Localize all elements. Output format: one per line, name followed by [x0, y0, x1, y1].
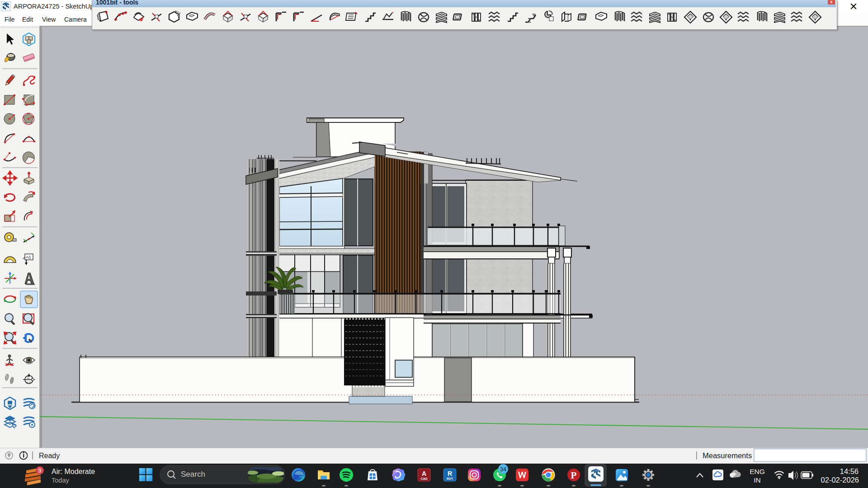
svg-text:ENG: ENG	[750, 468, 765, 475]
svg-text:CAD: CAD	[420, 477, 427, 480]
svg-text:Measurements: Measurements	[703, 451, 752, 460]
svg-text:Search: Search	[181, 470, 205, 479]
svg-text:9: 9	[38, 468, 42, 474]
svg-text:Air: Moderate: Air: Moderate	[52, 468, 95, 475]
svg-text:C: C	[27, 376, 29, 379]
svg-text:34: 34	[500, 466, 506, 473]
svg-text:RVT: RVT	[447, 477, 453, 480]
svg-text:P: P	[571, 470, 577, 481]
svg-text:02-02-2026: 02-02-2026	[821, 476, 859, 484]
svg-text:R: R	[448, 470, 452, 477]
svg-text:A: A	[422, 470, 426, 477]
svg-text:14:56: 14:56	[840, 467, 859, 475]
svg-text:A-S: A-S	[26, 381, 31, 384]
svg-text:Today: Today	[52, 477, 69, 484]
svg-text:Ready: Ready	[39, 452, 60, 460]
svg-text:A1: A1	[26, 255, 31, 259]
svg-text:IN: IN	[754, 476, 761, 484]
